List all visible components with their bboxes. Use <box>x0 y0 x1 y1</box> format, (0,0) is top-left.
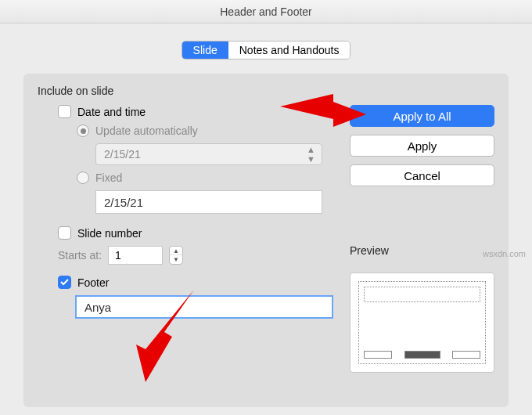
stepper-up-icon[interactable]: ▲ <box>170 247 182 255</box>
preview-footer-right <box>452 351 480 359</box>
window-title: Header and Footer <box>0 0 532 23</box>
starts-at-stepper[interactable]: ▲ ▼ <box>169 246 183 265</box>
preview-slide <box>358 281 486 364</box>
slide-number-label: Slide number <box>77 227 142 240</box>
fixed-date-value: 2/15/21 <box>104 196 143 209</box>
apply-to-all-button[interactable]: Apply to All <box>350 105 494 127</box>
update-auto-label: Update automatically <box>95 125 198 137</box>
cancel-button[interactable]: Cancel <box>350 164 494 186</box>
tab-slide[interactable]: Slide <box>182 42 228 59</box>
fixed-date-input[interactable]: 2/15/21 <box>95 190 322 214</box>
preview-footer-center <box>404 351 440 359</box>
footer-value: Anya <box>84 301 111 314</box>
tab-notes-handouts[interactable]: Notes and Handouts <box>228 42 350 59</box>
stepper-down-icon[interactable]: ▼ <box>170 255 182 264</box>
date-format-value: 2/15/21 <box>104 148 141 161</box>
include-on-slide-label: Include on slide <box>38 85 494 97</box>
preview-label: Preview <box>350 244 494 257</box>
date-format-combo[interactable]: 2/15/21 ▲▼ <box>95 143 322 165</box>
chevron-updown-icon: ▲▼ <box>307 146 315 164</box>
update-auto-radio[interactable] <box>77 125 89 137</box>
tab-bar: Slide Notes and Handouts <box>0 41 532 60</box>
footer-checkbox[interactable] <box>58 276 71 289</box>
preview-title-placeholder <box>364 287 480 302</box>
dialog-body: Include on slide Date and time Update au… <box>23 74 509 407</box>
date-time-label: Date and time <box>77 106 146 118</box>
fixed-radio[interactable] <box>77 171 89 184</box>
apply-button[interactable]: Apply <box>350 135 494 157</box>
preview-footer-left <box>364 351 392 359</box>
slide-number-checkbox[interactable] <box>58 226 71 240</box>
fixed-label: Fixed <box>95 171 122 184</box>
footer-input[interactable]: Anya <box>75 295 333 319</box>
date-time-checkbox[interactable] <box>58 105 71 118</box>
footer-label: Footer <box>77 276 109 289</box>
starts-at-input[interactable]: 1 <box>108 246 163 265</box>
watermark: wsxdn.com <box>483 249 526 258</box>
preview-box <box>350 272 494 373</box>
starts-at-label: Starts at: <box>58 249 102 262</box>
starts-at-value: 1 <box>115 249 121 262</box>
